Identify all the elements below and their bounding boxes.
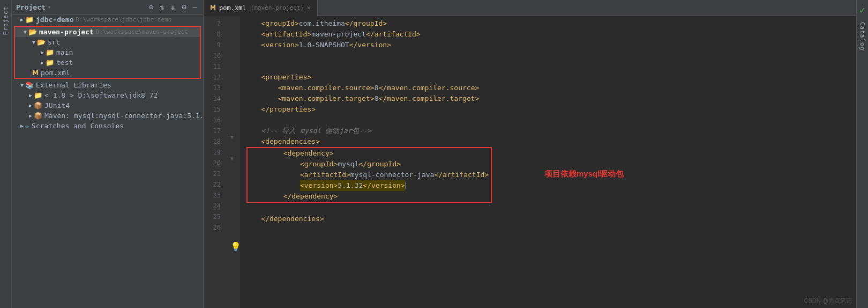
code-line-18: <dependencies>: [244, 136, 852, 147]
code-line-20: <groupId>mysql</groupId>: [250, 159, 489, 170]
arrow-icon: ▼: [20, 82, 24, 88]
tree-item-scratches[interactable]: ▶ ✏ Scratches and Consoles: [12, 121, 203, 131]
line-num-9: 9: [204, 40, 225, 50]
line-num-7: 7: [204, 18, 225, 29]
tree-item-jdk[interactable]: ▶ 📁 < 1.8 > D:\software\jdk8_72: [12, 90, 203, 100]
code-line-15: </properties>: [244, 104, 852, 115]
text-cursor: [406, 182, 406, 189]
code-content[interactable]: <groupId>com.itheima</groupId> <artifact…: [240, 16, 856, 308]
line-num-17: 17: [204, 126, 225, 136]
tree-item-jdbc-demo[interactable]: ▶ 📁 jdbc-demo D:\workspace\jdbc\jdbc-dem…: [12, 14, 203, 25]
pom-xml-label: pom.xml: [41, 69, 70, 77]
folder-open-icon: 📂: [28, 28, 37, 36]
arrow-icon: ▶: [20, 17, 24, 23]
code-line-17: <!-- 导入 mysql 驱动jar包-->: [244, 126, 852, 136]
src-folder-icon: 📂: [37, 38, 46, 46]
line-num-21: 21: [204, 168, 225, 179]
tree-item-test[interactable]: ▶ 📁 test: [15, 57, 200, 68]
ext-libs-icon: 📚: [25, 81, 34, 89]
bulb-icon-22[interactable]: 💡: [230, 241, 241, 252]
ext-libs-label: External Libraries: [36, 81, 111, 89]
collapse-icon[interactable]: ⇊: [169, 2, 177, 12]
line-num-19: 19: [204, 147, 225, 158]
folder-icon: 📁: [25, 16, 34, 24]
jdbc-demo-label: jdbc-demo: [36, 16, 73, 24]
jdk-label: < 1.8 > D:\software\jdk8_72: [44, 91, 158, 99]
code-editor[interactable]: 7 8 9 10 11 12 13 14 15 16 17 18 19 20 2…: [204, 16, 856, 308]
arrow-icon: ▶: [20, 123, 24, 129]
sidebar-toolbar: ⊙ ⇅ ⇊ ⚙ —: [147, 2, 199, 12]
arrow-icon: ▶: [29, 113, 32, 119]
junit-icon: 📦: [34, 101, 42, 109]
fold-icon-18[interactable]: ▼: [230, 134, 234, 140]
dropdown-arrow[interactable]: ▾: [48, 4, 51, 11]
arrow-icon: ▼: [24, 29, 27, 35]
arrow-icon: ▶: [41, 60, 44, 65]
tab-project-context: (maven-project): [251, 4, 304, 11]
dependency-box: <dependency> <groupId>mysql</groupId> <a…: [246, 147, 492, 203]
code-line-25: </dependencies>: [244, 214, 852, 224]
main-folder-icon: 📁: [46, 48, 54, 56]
src-label: src: [48, 38, 60, 46]
code-line-23: </dependency>: [250, 191, 489, 202]
tree-item-ext-libs[interactable]: ▼ 📚 External Libraries: [12, 80, 203, 90]
line-num-20: 20: [204, 158, 225, 168]
line-num-16: 16: [204, 115, 225, 126]
tab-bar: 𝗠 pom.xml (maven-project) ✕: [204, 0, 856, 16]
jdbc-demo-path: D:\workspace\jdbc\jdbc-demo: [76, 16, 171, 23]
code-line-24: [244, 203, 852, 214]
project-tool-window-tab[interactable]: Project: [0, 0, 12, 308]
arrow-icon: ▶: [41, 49, 44, 55]
tree-item-mysql-connector[interactable]: ▶ 📦 Maven: mysql:mysql-connector-java:5.…: [12, 111, 203, 121]
scratches-label: Scratches and Consoles: [32, 122, 124, 130]
main-content: 𝗠 pom.xml (maven-project) ✕ 7 8 9 10 11 …: [204, 0, 856, 308]
code-line-7: <groupId>com.itheima</groupId>: [244, 18, 852, 29]
project-sidebar: Project ▾ ⊙ ⇅ ⇊ ⚙ — ▶ 📁 jdbc-demo D:\wor…: [12, 0, 204, 308]
line-num-12: 12: [204, 72, 225, 83]
tree-item-junit[interactable]: ▶ 📦 JUnit4: [12, 100, 203, 111]
code-line-13: <maven.compiler.source>8</maven.compiler…: [244, 83, 852, 93]
tab-pom-xml[interactable]: 𝗠 pom.xml (maven-project) ✕: [204, 0, 318, 16]
mysql-lib-icon: 📦: [34, 112, 42, 120]
junit-label: JUnit4: [44, 101, 70, 109]
code-line-21: <artifactId>mysql-connector-java</artifa…: [250, 170, 489, 180]
line-num-24: 24: [204, 201, 225, 211]
line-num-8: 8: [204, 29, 225, 40]
line-num-18: 18: [204, 136, 225, 147]
code-line-9: <version>1.0-SNAPSHOT</version>: [244, 40, 852, 50]
expand-icon[interactable]: ⇅: [158, 2, 166, 12]
mysql-label: Maven: mysql:mysql-connector-java:5.1.32: [44, 112, 204, 120]
line-numbers: 7 8 9 10 11 12 13 14 15 16 17 18 19 20 2…: [204, 16, 229, 308]
tab-label: pom.xml: [219, 4, 246, 12]
code-line-22: <version>5.1.32</version>: [250, 180, 489, 191]
project-tab-label: Project: [2, 6, 9, 35]
arrow-icon: ▶: [29, 102, 32, 108]
tree-item-maven-project[interactable]: ▼ 📂 maven-project D:\workspace\maven-pro…: [15, 27, 200, 37]
catalog-tab-label[interactable]: Catalog: [859, 22, 866, 50]
code-line-16: [244, 115, 852, 126]
fold-icon-19[interactable]: ▼: [230, 156, 234, 162]
tree-item-main[interactable]: ▶ 📁 main: [15, 47, 200, 57]
locate-icon[interactable]: ⊙: [147, 2, 155, 12]
main-label: main: [56, 48, 73, 56]
validation-checkmark: ✓: [859, 4, 865, 16]
code-gutter: ▼ ▼ 💡: [229, 16, 240, 308]
tree-item-pom-xml[interactable]: 𝗠 pom.xml: [15, 68, 200, 78]
tree-item-src[interactable]: ▼ 📂 src: [15, 37, 200, 47]
settings-icon[interactable]: ⚙: [180, 2, 188, 12]
line-num-10: 10: [204, 50, 225, 61]
scratch-icon: ✏: [25, 122, 29, 130]
line-num-14: 14: [204, 93, 225, 104]
maven-project-label: maven-project: [39, 28, 94, 36]
right-sidebar: ✓ Catalog: [856, 0, 868, 308]
arrow-icon: ▼: [32, 39, 35, 45]
dependency-block: <dependency> <groupId>mysql</groupId> <a…: [244, 147, 852, 203]
minimize-icon[interactable]: —: [191, 2, 199, 12]
code-line-14: <maven.compiler.target>8</maven.compiler…: [244, 93, 852, 104]
test-folder-icon: 📁: [46, 58, 54, 67]
sidebar-header-left: Project ▾: [16, 3, 51, 11]
line-num-26: 26: [204, 222, 225, 233]
sidebar-title: Project: [16, 3, 46, 11]
pom-xml-icon: 𝗠: [32, 69, 39, 77]
tab-close-button[interactable]: ✕: [307, 4, 311, 11]
